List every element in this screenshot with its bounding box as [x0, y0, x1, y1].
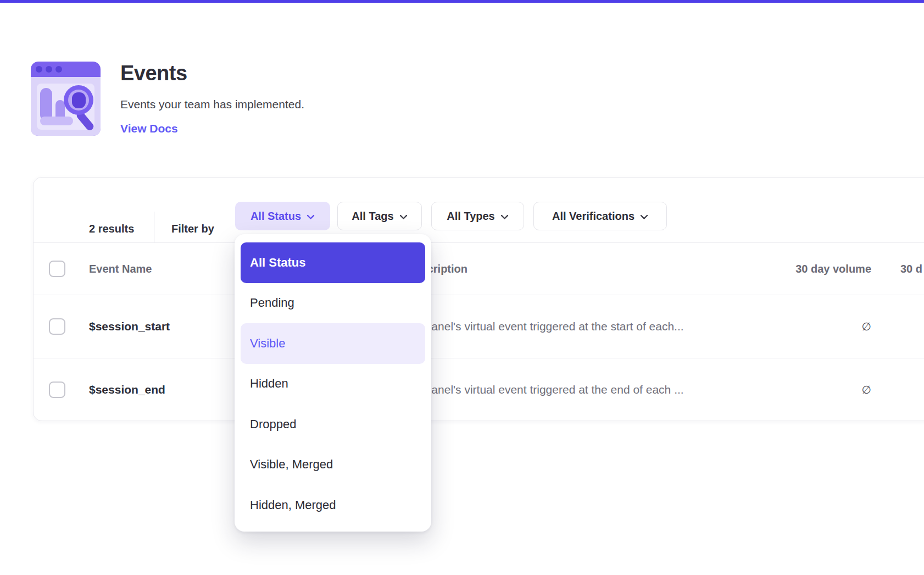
chevron-down-icon: [307, 214, 315, 220]
chevron-down-icon: [399, 214, 408, 220]
tags-filter-button[interactable]: All Tags: [337, 202, 422, 230]
page-subtitle: Events your team has implemented.: [120, 98, 304, 111]
status-filter-label: All Status: [251, 210, 301, 223]
top-accent-bar: [0, 0, 924, 3]
event-description: Mixpanel's virtual event triggered at th…: [407, 320, 684, 333]
dropdown-item-hidden[interactable]: Hidden: [241, 364, 425, 405]
event-description: Mixpanel's virtual event triggered at th…: [407, 383, 684, 396]
events-page-icon: [30, 59, 101, 138]
types-filter-button[interactable]: All Types: [431, 202, 524, 230]
view-docs-link[interactable]: View Docs: [120, 122, 178, 135]
table-row[interactable]: $session_start Mixpanel's virtual event …: [34, 295, 924, 358]
event-name[interactable]: $session_end: [89, 383, 165, 396]
status-filter-button[interactable]: All Status: [235, 202, 330, 230]
chevron-down-icon: [500, 214, 509, 220]
table-row[interactable]: $session_end Mixpanel's virtual event tr…: [34, 358, 924, 422]
column-header-event-name[interactable]: Event Name: [89, 262, 152, 275]
row-checkbox[interactable]: [49, 382, 65, 398]
types-filter-label: All Types: [447, 210, 494, 223]
toolbar-divider: [154, 212, 154, 242]
dropdown-item-visible[interactable]: Visible: [241, 323, 425, 364]
filter-by-label: Filter by: [171, 223, 214, 235]
column-header-30-day-volume[interactable]: 30 day volume: [709, 262, 871, 275]
table-header-row: Event Name Description 30 day volume 30 …: [34, 242, 924, 295]
events-card: 2 results Filter by All Status All Tags …: [33, 177, 924, 421]
page-title: Events: [120, 62, 187, 85]
column-header-clipped: 30 d: [900, 262, 922, 275]
results-count: 2 results: [89, 223, 134, 235]
verifications-filter-label: All Verifications: [552, 210, 634, 223]
dropdown-item-visible-merged[interactable]: Visible, Merged: [241, 445, 425, 485]
tags-filter-label: All Tags: [352, 210, 393, 223]
row-checkbox[interactable]: [49, 318, 65, 335]
verifications-filter-button[interactable]: All Verifications: [533, 202, 667, 230]
select-all-checkbox[interactable]: [49, 261, 65, 277]
dropdown-item-dropped[interactable]: Dropped: [241, 404, 425, 445]
dropdown-item-all-status[interactable]: All Status: [241, 242, 425, 283]
dropdown-item-hidden-merged[interactable]: Hidden, Merged: [241, 485, 425, 526]
chevron-down-icon: [640, 214, 648, 220]
event-name[interactable]: $session_start: [89, 320, 170, 333]
dropdown-item-pending[interactable]: Pending: [241, 283, 425, 324]
event-30-day-volume: ∅: [709, 320, 871, 333]
event-30-day-volume: ∅: [709, 383, 871, 396]
status-filter-dropdown: All Status Pending Visible Hidden Droppe…: [235, 234, 431, 532]
